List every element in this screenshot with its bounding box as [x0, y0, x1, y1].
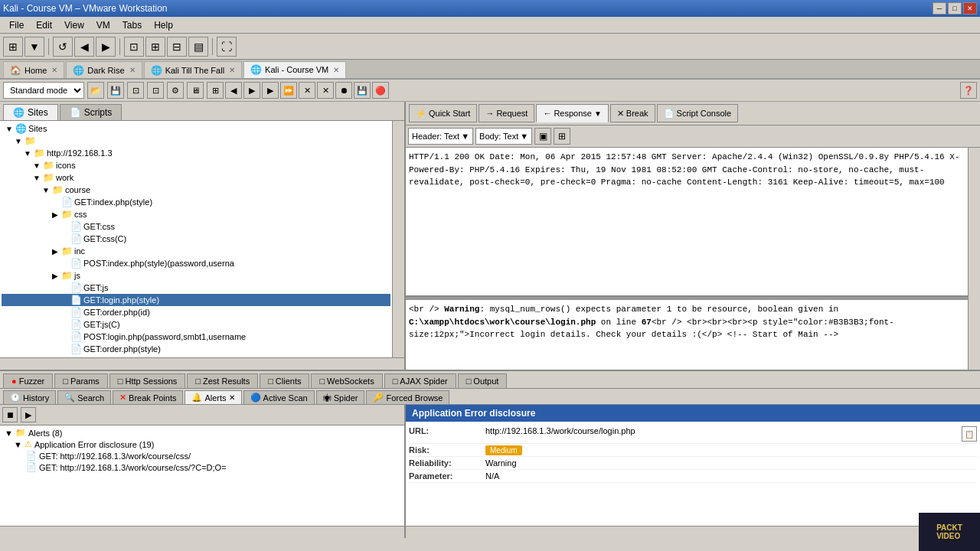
tab-history[interactable]: 🕐 History [3, 390, 56, 404]
tab-kali-course-close[interactable]: ✕ [333, 66, 339, 74]
nav-record-btn[interactable]: ⏺ [335, 82, 352, 99]
menu-file[interactable]: File [3, 18, 30, 32]
tab-quick-start[interactable]: ⚡ Quick Start [409, 104, 477, 122]
alert-css2[interactable]: 📄 GET: http://192.168.1.3/work/course/cs… [2, 461, 403, 473]
alerts-root[interactable]: ▼ 📁 Alerts (8) [2, 427, 403, 439]
tb-snap-icon[interactable]: ⊟ [167, 37, 187, 57]
tree-item[interactable]: ▼📁 work [2, 171, 390, 184]
tree-item[interactable]: 📄 POST:login.php(password,smbt1,username [2, 331, 390, 343]
tab-break[interactable]: ✕ Break [610, 104, 655, 122]
tree-item[interactable]: 📄 GET:css(C) [2, 233, 390, 245]
tree-item[interactable]: ▼📁 http://192.168.1.3 [2, 147, 390, 159]
tab-forced-browse[interactable]: 🔑 Forced Browse [366, 390, 449, 404]
tab-zest-results[interactable]: □ Zest Results [187, 373, 258, 388]
nav-help-btn[interactable]: ❓ [960, 82, 977, 99]
right-scrollbar[interactable] [968, 148, 980, 370]
tb-down-icon[interactable]: ▼ [24, 37, 44, 57]
tab-sites[interactable]: 🌐 Sites [3, 104, 58, 120]
app-error-group[interactable]: ▼ ⚠ Application Error disclosure (19) [2, 439, 403, 450]
gear-btn[interactable]: ⚙ [167, 82, 184, 99]
open-file-btn[interactable]: 📂 [87, 82, 104, 99]
tab-params[interactable]: □ Params [54, 373, 108, 388]
detail-h-scrollbar[interactable] [406, 526, 980, 538]
tree-item[interactable]: ▼📁 course [2, 184, 390, 196]
header-select[interactable]: Header: Text ▼ [408, 128, 473, 145]
tb-back-icon[interactable]: ◀ [74, 37, 94, 57]
tab-home-close[interactable]: ✕ [51, 66, 57, 74]
alerts-play-btn[interactable]: ▶ [21, 407, 36, 422]
snap-left-btn[interactable]: ⊡ [127, 82, 144, 99]
tab-kali-course[interactable]: 🌐 Kali - Course VM ✕ [243, 61, 346, 78]
tab-search[interactable]: 🔍 Search [57, 390, 111, 404]
nav-fuzz-btn[interactable]: 🔴 [372, 82, 389, 99]
tree-item[interactable]: 📄 GET:login.php(style) [2, 294, 390, 306]
tab-output[interactable]: □ Output [458, 373, 508, 388]
tab-response[interactable]: ← Response ▼ [536, 104, 608, 122]
left-h-scrollbar[interactable] [0, 357, 404, 370]
tb-window-icon[interactable]: ⊡ [124, 37, 144, 57]
alerts-close[interactable]: ✕ [229, 393, 235, 402]
tab-http-sessions[interactable]: □ Http Sessions [109, 373, 186, 388]
url-copy-btn[interactable]: 📋 [962, 426, 977, 442]
menu-edit[interactable]: Edit [30, 18, 58, 32]
tab-dark-rise-close[interactable]: ✕ [129, 66, 136, 74]
tree-item[interactable]: 📄 POST:index.php(style)(password,userna [2, 257, 390, 269]
tab-script-console[interactable]: 📄 Script Console [657, 104, 739, 122]
body-select[interactable]: Body: Text ▼ [475, 128, 532, 145]
mode-select[interactable]: Standard mode [3, 82, 84, 99]
nav-ff-btn[interactable]: ⏩ [280, 82, 297, 99]
save-file-btn[interactable]: 💾 [107, 82, 124, 99]
tree-item[interactable]: ▼🌐 Sites [2, 122, 390, 135]
tab-websockets[interactable]: □ WebSockets [311, 373, 382, 388]
tree-item[interactable]: 📄 GET:js(C) [2, 318, 390, 331]
nav-stop-btn[interactable]: ✕ [299, 82, 315, 99]
tab-fuzzer[interactable]: ● Fuzzer [3, 373, 53, 388]
tab-kali-till[interactable]: 🌐 Kali Till The Fall ✕ [144, 61, 242, 78]
tab-home[interactable]: 🏠 Home ✕ [3, 61, 64, 78]
tree-item[interactable]: ▶📁 css [2, 208, 390, 220]
tab-spider[interactable]: 🕷 Spider [316, 390, 365, 404]
tab-ajax-spider[interactable]: □ AJAX Spider [384, 373, 456, 388]
tree-item[interactable]: ▶📁 inc [2, 245, 390, 257]
tab-active-scan[interactable]: 🔵 Active Scan [243, 390, 315, 404]
tree-item[interactable]: ▼📁 icons [2, 159, 390, 171]
menu-view[interactable]: View [58, 18, 90, 32]
tb-refresh-icon[interactable]: ↺ [53, 37, 73, 57]
tab-dark-rise[interactable]: 🌐 Dark Rise ✕ [66, 61, 142, 78]
alerts-stop-btn[interactable]: ⏹ [2, 407, 18, 422]
view-split-btn[interactable]: ⊞ [554, 128, 570, 145]
nav-play-btn[interactable]: ▶ [262, 82, 279, 99]
snap-right-btn[interactable]: ⊡ [147, 82, 164, 99]
alert-css[interactable]: 📄 GET: http://192.168.1.3/work/course/cs… [2, 450, 403, 461]
menu-tabs[interactable]: Tabs [116, 18, 148, 32]
nav-close-btn[interactable]: ✕ [317, 82, 334, 99]
nav-prev-btn[interactable]: ◀ [225, 82, 242, 99]
tree-item[interactable]: 📄 GET:index.php(style) [2, 196, 390, 208]
close-button[interactable]: ✕ [963, 2, 977, 15]
tree-item[interactable]: ▼📁 [2, 135, 390, 147]
tb-forward-icon[interactable]: ▶ [96, 37, 116, 57]
tree-item[interactable]: 📄 GET:order.php(style) [2, 343, 390, 355]
tb-grid-icon[interactable]: ⊞ [3, 37, 23, 57]
menu-help[interactable]: Help [148, 18, 179, 32]
restore-button[interactable]: □ [948, 2, 962, 15]
alerts-h-scrollbar[interactable] [0, 526, 404, 538]
nav-next-btn[interactable]: ▶ [243, 82, 260, 99]
tb-tab-icon[interactable]: ▤ [188, 37, 208, 57]
left-scrollbar[interactable] [392, 121, 404, 357]
tab-scripts[interactable]: 📄 Scripts [60, 104, 122, 120]
tb-full-icon[interactable]: ⛶ [217, 37, 237, 57]
tree-item[interactable]: 📄 GET:order.php(id) [2, 306, 390, 318]
view-single-btn[interactable]: ▣ [534, 128, 551, 145]
tree-item[interactable]: 📄 GET:js [2, 282, 390, 294]
tree-item[interactable]: 📄 GET:css [2, 220, 390, 233]
menu-vm[interactable]: VM [90, 18, 116, 32]
tb-tile-icon[interactable]: ⊞ [145, 37, 165, 57]
nav-tiles-btn[interactable]: ⊞ [207, 82, 224, 99]
tab-alerts[interactable]: 🔔 Alerts ✕ [185, 390, 241, 404]
monitor-btn[interactable]: 🖥 [187, 82, 204, 99]
tab-request[interactable]: → Request [479, 104, 534, 122]
tab-clients[interactable]: □ Clients [260, 373, 309, 388]
tab-kali-till-close[interactable]: ✕ [229, 66, 235, 74]
tab-break-points[interactable]: ✕ Break Points [113, 390, 183, 404]
